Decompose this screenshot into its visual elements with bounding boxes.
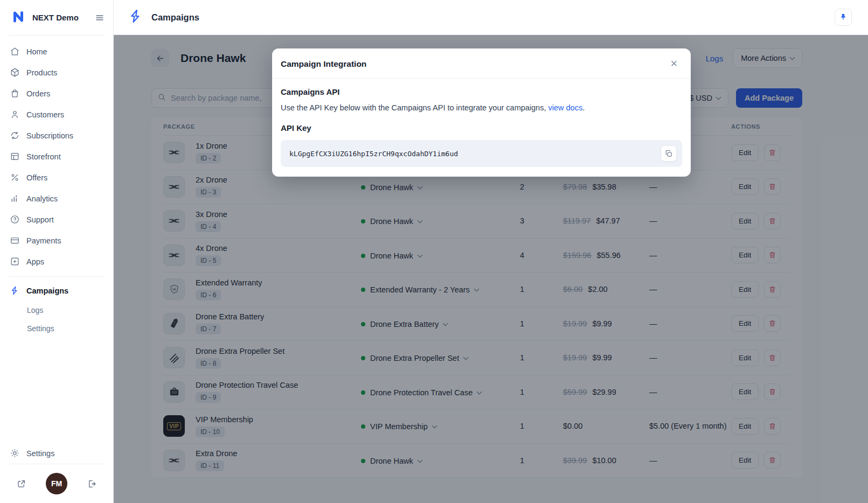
close-icon[interactable]: ✕ bbox=[667, 58, 681, 69]
orders-icon bbox=[10, 88, 20, 99]
sidebar-item-label: Settings bbox=[26, 449, 54, 458]
sidebar-item-label: Customers bbox=[26, 110, 64, 119]
gear-icon bbox=[10, 448, 20, 458]
apps-icon bbox=[10, 256, 20, 267]
products-icon bbox=[10, 67, 20, 78]
support-icon bbox=[10, 214, 20, 225]
modal-body: Campaigns API Use the API Key below with… bbox=[272, 79, 691, 177]
sidebar-item-apps[interactable]: Apps bbox=[0, 251, 113, 272]
sidebar-item-products[interactable]: Products bbox=[0, 62, 113, 83]
sidebar-item-home[interactable]: Home bbox=[0, 41, 113, 62]
sidebar-item-label: Storefront bbox=[26, 152, 61, 161]
sidebar-item-label: Apps bbox=[26, 257, 44, 266]
campaigns-api-heading: Campaigns API bbox=[281, 87, 682, 96]
campaign-integration-modal: Campaign Integration ✕ Campaigns API Use… bbox=[272, 48, 691, 177]
sidebar-item-support[interactable]: Support bbox=[0, 209, 113, 230]
page-section-title: Campaigns bbox=[151, 12, 199, 23]
sidebar-nav: Home Products Orders Customers Subscript… bbox=[0, 36, 113, 272]
sidebar-bottom: Settings FM bbox=[0, 443, 113, 503]
sidebar-item-storefront[interactable]: Storefront bbox=[0, 146, 113, 167]
sidebar-item-payments[interactable]: Payments bbox=[0, 230, 113, 251]
description-period: . bbox=[582, 103, 585, 112]
sidebar-item-label: Home bbox=[26, 47, 47, 56]
api-key-heading: API Key bbox=[281, 123, 682, 132]
avatar[interactable]: FM bbox=[46, 473, 67, 494]
modal-header: Campaign Integration ✕ bbox=[272, 48, 691, 79]
divider bbox=[9, 276, 105, 277]
sidebar-item-label: Subscriptions bbox=[26, 131, 73, 140]
sidebar-collapse-icon[interactable] bbox=[95, 13, 105, 23]
app-root: NEXT Demo Home Products Orders Customers… bbox=[0, 0, 868, 503]
sidebar-item-label: Orders bbox=[26, 89, 50, 98]
sidebar-item-subscriptions[interactable]: Subscriptions bbox=[0, 125, 113, 146]
sidebar-item-label: Offers bbox=[26, 173, 47, 182]
storefront-icon bbox=[10, 151, 20, 162]
sidebar-item-settings[interactable]: Settings bbox=[0, 443, 113, 464]
sidebar: NEXT Demo Home Products Orders Customers… bbox=[0, 0, 114, 503]
sidebar-item-label: Products bbox=[26, 68, 57, 77]
api-key-field: kLGpgEfCX3iUZG16hpI5zrCH9qxcOdahDY1im6ud bbox=[281, 140, 682, 167]
main-column: Campaigns Drone Hawk Logs More Actions bbox=[114, 0, 868, 503]
customers-icon bbox=[10, 109, 20, 120]
subscriptions-icon bbox=[10, 130, 20, 141]
sidebar-item-offers[interactable]: Offers bbox=[0, 167, 113, 188]
sidebar-item-analytics[interactable]: Analytics bbox=[0, 188, 113, 209]
campaigns-icon bbox=[10, 285, 20, 296]
brand-name: NEXT Demo bbox=[32, 13, 89, 22]
payments-icon bbox=[10, 235, 20, 246]
modal-title: Campaign Integration bbox=[281, 59, 366, 69]
sidebar-item-customers[interactable]: Customers bbox=[0, 104, 113, 125]
sidebar-item-campaigns-settings[interactable]: Settings bbox=[0, 319, 113, 338]
brand-logo-icon bbox=[10, 8, 27, 27]
campaigns-logo-icon bbox=[128, 8, 144, 26]
sidebar-item-label: Analytics bbox=[26, 194, 58, 203]
view-docs-link[interactable]: view docs bbox=[548, 103, 583, 112]
description-text: Use the API Key below with the Campaigns… bbox=[281, 103, 548, 112]
top-header: Campaigns bbox=[114, 0, 868, 35]
sidebar-footer: FM bbox=[0, 464, 113, 503]
external-link-icon[interactable] bbox=[16, 479, 26, 489]
home-icon bbox=[10, 46, 20, 57]
logout-icon[interactable] bbox=[87, 479, 97, 489]
api-description: Use the API Key below with the Campaigns… bbox=[281, 103, 682, 112]
sidebar-item-label: Payments bbox=[26, 236, 61, 245]
pin-button[interactable] bbox=[835, 9, 852, 26]
content-area: Drone Hawk Logs More Actions bbox=[114, 35, 868, 503]
brand-row: NEXT Demo bbox=[0, 0, 113, 35]
sidebar-item-campaigns[interactable]: Campaigns bbox=[0, 280, 113, 301]
offers-icon bbox=[10, 172, 20, 183]
sidebar-item-label: Support bbox=[26, 215, 54, 224]
sidebar-item-label: Campaigns bbox=[26, 287, 68, 295]
api-key-value: kLGpgEfCX3iUZG16hpI5zrCH9qxcOdahDY1im6ud bbox=[289, 150, 661, 158]
analytics-icon bbox=[10, 193, 20, 204]
sidebar-item-campaigns-logs[interactable]: Logs bbox=[0, 301, 113, 319]
sidebar-item-orders[interactable]: Orders bbox=[0, 83, 113, 104]
copy-button[interactable] bbox=[661, 145, 677, 162]
